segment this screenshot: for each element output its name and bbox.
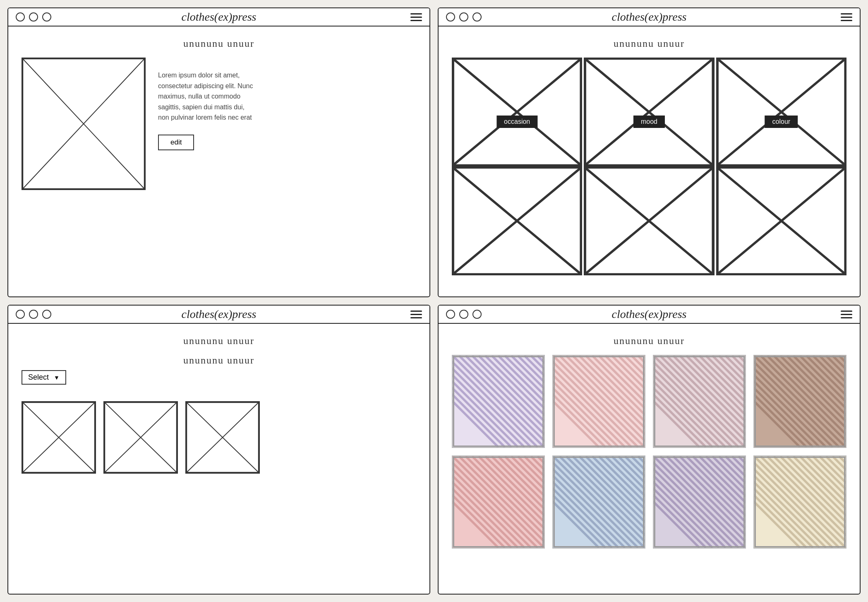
panel-4-window: clothes(ex)press unununu unuur	[438, 305, 861, 595]
panel-1-window: clothes(ex)press unununu unuur Lorem ips…	[7, 7, 430, 297]
color-swatch-light-gray-pink[interactable]	[653, 355, 746, 448]
panel-3-heading-2: unununu unuur	[22, 355, 416, 366]
titlebar-1: clothes(ex)press	[8, 8, 429, 26]
panel-1-heading: unununu unuur	[22, 38, 416, 49]
product-image-placeholder	[22, 58, 146, 190]
dot-3[interactable]	[42, 12, 51, 22]
color-swatch-dusty-rose[interactable]	[753, 355, 846, 448]
svg-rect-6	[453, 167, 581, 275]
svg-line-11	[585, 58, 713, 166]
window-controls-1	[16, 12, 51, 22]
product-description: Lorem ipsum dolor sit amet, consectetur …	[158, 70, 257, 123]
color-swatch-light-lavender[interactable]	[452, 355, 545, 448]
dot-6[interactable]	[472, 12, 482, 22]
svg-line-23	[23, 402, 95, 472]
panel-2-content: unununu unuur occasion	[439, 26, 860, 296]
svg-line-19	[717, 167, 846, 275]
panel-3-window: clothes(ex)press unununu unuur unununu u…	[7, 305, 430, 595]
dot-5[interactable]	[459, 12, 468, 22]
panel-3-content: unununu unuur unununu unuur Select ▼	[8, 324, 429, 594]
panel-1-content: unununu unuur Lorem ipsum dolor sit amet…	[8, 26, 429, 296]
panel-2-heading: unununu unuur	[452, 38, 846, 49]
occasion-img-top: occasion	[452, 58, 582, 166]
occasion-label: occasion	[496, 116, 537, 128]
svg-rect-3	[453, 58, 581, 166]
window-controls-2	[446, 12, 482, 22]
svg-rect-18	[717, 167, 846, 275]
colour-img-bottom	[716, 166, 846, 275]
color-swatch-grid	[452, 355, 846, 549]
product-placeholder-3	[185, 401, 260, 474]
color-swatch-blush-pink[interactable]	[452, 455, 545, 549]
svg-line-13	[585, 167, 713, 275]
menu-icon-1[interactable]	[410, 13, 422, 21]
svg-line-14	[585, 167, 713, 275]
dot-10[interactable]	[446, 310, 455, 319]
svg-rect-9	[585, 58, 713, 166]
dot-12[interactable]	[472, 310, 482, 319]
svg-line-5	[453, 58, 581, 166]
svg-line-4	[453, 58, 581, 166]
svg-line-16	[717, 58, 846, 166]
svg-rect-24	[105, 402, 177, 472]
app-title-2: clothes(ex)press	[612, 10, 687, 24]
svg-line-2	[23, 59, 144, 189]
color-swatch-lavender-gray[interactable]	[653, 455, 746, 549]
dot-4[interactable]	[446, 12, 455, 22]
dot-11[interactable]	[459, 310, 468, 319]
colour-img-top: colour	[716, 58, 846, 166]
edit-button[interactable]: edit	[158, 135, 194, 150]
panel-3-heading-1: unununu unuur	[22, 335, 416, 347]
titlebar-4: clothes(ex)press	[439, 306, 860, 324]
panel-1-text-area: Lorem ipsum dolor sit amet, consectetur …	[158, 58, 257, 150]
svg-line-22	[23, 402, 95, 472]
svg-line-7	[453, 167, 581, 275]
select-label: Select	[28, 373, 49, 382]
mood-label: mood	[633, 116, 665, 128]
product-placeholder-1	[22, 401, 96, 474]
panel-4-content: unununu unuur	[439, 324, 860, 594]
svg-line-25	[105, 402, 177, 472]
panel-1-body: Lorem ipsum dolor sit amet, consectetur …	[22, 58, 416, 190]
titlebar-3: clothes(ex)press	[8, 306, 429, 324]
dot-9[interactable]	[42, 310, 51, 319]
dot-1[interactable]	[16, 12, 25, 22]
dot-7[interactable]	[16, 310, 25, 319]
select-row: Select ▼	[22, 370, 416, 394]
color-swatch-light-pink[interactable]	[552, 355, 645, 448]
color-swatch-cream[interactable]	[753, 455, 846, 549]
svg-rect-27	[187, 402, 259, 472]
category-col-mood: mood	[584, 58, 714, 275]
svg-rect-0	[23, 59, 144, 189]
occasion-img-bottom	[452, 166, 582, 275]
product-grid-3	[22, 401, 416, 474]
app-title-1: clothes(ex)press	[182, 10, 257, 24]
app-title-4: clothes(ex)press	[612, 308, 687, 321]
menu-icon-3[interactable]	[410, 311, 422, 318]
menu-icon-2[interactable]	[841, 13, 852, 21]
dot-2[interactable]	[29, 12, 38, 22]
svg-rect-21	[23, 402, 95, 472]
panel-2-window: clothes(ex)press unununu unuur occasion	[438, 7, 861, 297]
svg-rect-12	[585, 167, 713, 275]
dot-8[interactable]	[29, 310, 38, 319]
svg-line-26	[105, 402, 177, 472]
color-swatch-light-blue[interactable]	[552, 455, 645, 549]
svg-line-8	[453, 167, 581, 275]
svg-line-28	[187, 402, 259, 472]
category-col-colour: colour	[716, 58, 846, 275]
svg-rect-15	[717, 58, 846, 166]
category-col-occasion: occasion	[452, 58, 582, 275]
category-grid: occasion mo	[452, 58, 846, 275]
svg-line-29	[187, 402, 259, 472]
svg-line-20	[717, 167, 846, 275]
app-title-3: clothes(ex)press	[182, 308, 257, 321]
chevron-down-icon: ▼	[54, 374, 60, 381]
window-controls-4	[446, 310, 482, 319]
select-dropdown[interactable]: Select ▼	[22, 370, 66, 385]
panel-4-heading: unununu unuur	[452, 335, 846, 347]
window-controls-3	[16, 310, 51, 319]
menu-icon-4[interactable]	[841, 311, 852, 318]
titlebar-2: clothes(ex)press	[439, 8, 860, 26]
mood-img-bottom	[584, 166, 714, 275]
